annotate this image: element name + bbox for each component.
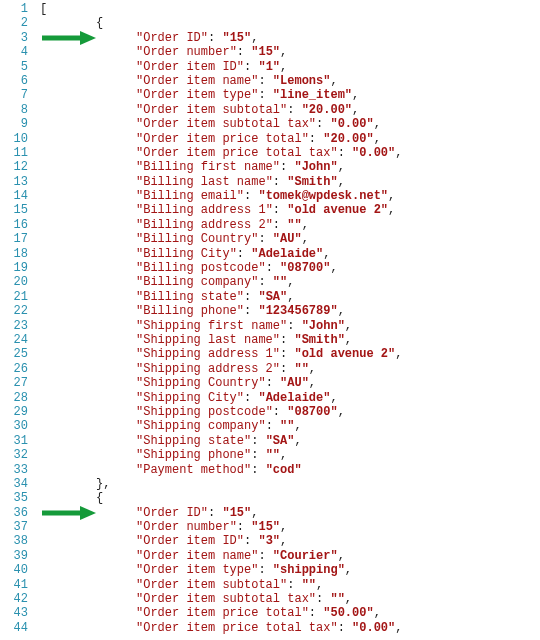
json-key: Shipping address 1 (143, 347, 273, 361)
code-line: "Billing address 1": "old avenue 2", (40, 203, 540, 217)
json-key: Order ID (143, 31, 201, 45)
json-value: 15 (230, 506, 244, 520)
code-line: "Billing postcode": "08700", (40, 261, 540, 275)
code-line: "Order item price total": "20.00", (40, 132, 540, 146)
line-number: 24 (2, 333, 28, 347)
code-line: "Shipping last name": "Smith", (40, 333, 540, 347)
line-number: 8 (2, 103, 28, 117)
line-number: 39 (2, 549, 28, 563)
line-number: 43 (2, 606, 28, 620)
line-number: 36 (2, 506, 28, 520)
json-key: Billing postcode (143, 261, 258, 275)
json-key: Billing email (143, 189, 237, 203)
code-line: }, (40, 477, 540, 491)
json-key: Order number (143, 45, 229, 59)
code-line: "Order item price total": "50.00", (40, 606, 540, 620)
code-line: "Shipping state": "SA", (40, 434, 540, 448)
code-line: "Billing last name": "Smith", (40, 175, 540, 189)
line-number: 40 (2, 563, 28, 577)
json-key: Order item ID (143, 60, 237, 74)
json-key: Billing address 1 (143, 203, 265, 217)
code-line: "Order item ID": "3", (40, 534, 540, 548)
json-key: Payment method (143, 463, 244, 477)
line-number: 17 (2, 232, 28, 246)
code-line: "Payment method": "cod" (40, 463, 540, 477)
json-value: old avenue 2 (302, 347, 388, 361)
code-area[interactable]: [{"Order ID": "15","Order number": "15",… (34, 0, 540, 640)
code-line: "Order ID": "15", (40, 31, 540, 45)
json-key: Order item subtotal tax (143, 117, 309, 131)
code-line: "Shipping Country": "AU", (40, 376, 540, 390)
json-value: John (302, 160, 331, 174)
code-line: "Order item name": "Courier", (40, 549, 540, 563)
json-value: 08700 (287, 261, 323, 275)
json-key: Billing last name (143, 175, 265, 189)
json-value: tomek@wpdesk.net (266, 189, 381, 203)
code-line: "Billing City": "Adelaide", (40, 247, 540, 261)
line-number: 23 (2, 319, 28, 333)
code-line: { (40, 16, 540, 30)
line-number: 26 (2, 362, 28, 376)
json-key: Order ID (143, 506, 201, 520)
code-line: "Shipping postcode": "08700", (40, 405, 540, 419)
line-number: 6 (2, 74, 28, 88)
json-value: 20.00 (309, 103, 345, 117)
json-value: 15 (258, 45, 272, 59)
line-number: 29 (2, 405, 28, 419)
line-number: 32 (2, 448, 28, 462)
line-number: 37 (2, 520, 28, 534)
json-key: Billing first name (143, 160, 273, 174)
json-punct: { (96, 16, 103, 30)
line-number: 44 (2, 621, 28, 635)
json-value: 3 (266, 534, 273, 548)
line-number: 4 (2, 45, 28, 59)
json-value: SA (273, 434, 287, 448)
svg-marker-3 (80, 506, 96, 520)
json-key: Order number (143, 520, 229, 534)
code-line: "Order number": "15", (40, 45, 540, 59)
json-value: John (309, 319, 338, 333)
line-number: 42 (2, 592, 28, 606)
json-key: Billing City (143, 247, 229, 261)
line-number: 25 (2, 347, 28, 361)
code-line: "Order item subtotal tax": "0.00", (40, 117, 540, 131)
json-value: Adelaide (266, 391, 324, 405)
json-value: 0.00 (338, 117, 367, 131)
code-line: "Order item name": "Lemons", (40, 74, 540, 88)
json-value: 20.00 (330, 132, 366, 146)
json-value: 15 (230, 31, 244, 45)
json-value: AU (280, 232, 294, 246)
code-line: "Billing Country": "AU", (40, 232, 540, 246)
json-value: 15 (258, 520, 272, 534)
json-key: Order item subtotal (143, 578, 280, 592)
line-number: 16 (2, 218, 28, 232)
line-number: 35 (2, 491, 28, 505)
json-key: Order item name (143, 549, 251, 563)
line-number: 5 (2, 60, 28, 74)
json-key: Order item name (143, 74, 251, 88)
json-value: 08700 (294, 405, 330, 419)
line-number: 15 (2, 203, 28, 217)
code-line: "Order item price total tax": "0.00", (40, 146, 540, 160)
code-line: "Order item type": "shipping", (40, 563, 540, 577)
line-number: 31 (2, 434, 28, 448)
json-key: Order item price total (143, 606, 301, 620)
json-key: Billing address 2 (143, 218, 265, 232)
code-line: "Order number": "15", (40, 520, 540, 534)
code-line: "Order item subtotal": "20.00", (40, 103, 540, 117)
json-value: SA (266, 290, 280, 304)
json-key: Order item price total tax (143, 146, 330, 160)
line-number: 1 (2, 2, 28, 16)
json-key: Shipping postcode (143, 405, 265, 419)
json-key: Billing company (143, 275, 251, 289)
json-key: Shipping state (143, 434, 244, 448)
code-line: "Order item subtotal tax": "", (40, 592, 540, 606)
code-line: "Shipping address 2": "", (40, 362, 540, 376)
code-line: "Order ID": "15", (40, 506, 540, 520)
line-number: 30 (2, 419, 28, 433)
json-key: Order item price total tax (143, 621, 330, 635)
json-key: Shipping phone (143, 448, 244, 462)
json-punct: [ (40, 2, 47, 16)
code-line: "Billing address 2": "", (40, 218, 540, 232)
svg-marker-1 (80, 31, 96, 45)
